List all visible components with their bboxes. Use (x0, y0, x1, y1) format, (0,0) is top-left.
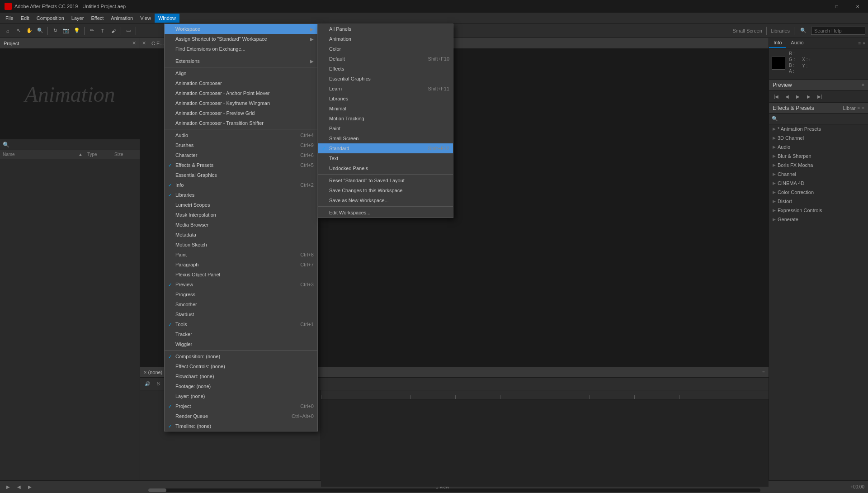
menu-window[interactable]: Window (155, 14, 179, 23)
ep-list-item[interactable]: ▶Color Correction (769, 188, 868, 197)
menu-tools[interactable]: ✓ Tools Ctrl+1 (165, 319, 317, 329)
menu-flowchart[interactable]: Flowchart: (none) (165, 371, 317, 381)
tl-mute[interactable]: 🔊 (143, 380, 152, 388)
menu-metadata[interactable]: Metadata (165, 230, 317, 240)
prev-play[interactable]: ▶ (793, 92, 802, 100)
ws-animation[interactable]: Animation (318, 34, 453, 44)
ws-reset[interactable]: Reset "Standard" to Saved Layout (318, 175, 453, 185)
tab-audio[interactable]: Audio (786, 38, 808, 48)
ws-minimal[interactable]: Minimal (318, 104, 453, 114)
preview-menu-icon[interactable]: ≡ (862, 82, 864, 87)
menu-timeline-none[interactable]: ✓ Timeline: (none) (165, 421, 317, 431)
menu-motion-sketch[interactable]: Motion Sketch (165, 240, 317, 250)
menu-render-queue[interactable]: Render Queue Ctrl+Alt+0 (165, 411, 317, 421)
ws-edit[interactable]: Edit Workspaces... (318, 208, 453, 218)
viewer-play[interactable]: ▶ (4, 483, 13, 491)
ep-menu-icon[interactable]: ≡ (862, 105, 864, 110)
menu-lumetri[interactable]: Lumetri Scopes (165, 200, 317, 210)
menu-wiggler[interactable]: Wiggler (165, 339, 317, 349)
menu-ac-transition[interactable]: Animation Composer - Transition Shifter (165, 118, 317, 128)
ws-learn[interactable]: Learn Shift+F11 (318, 84, 453, 94)
ws-color[interactable]: Color (318, 44, 453, 54)
menu-footage[interactable]: Footage: (none) (165, 381, 317, 391)
ep-list-item[interactable]: ▶Blur & Sharpen (769, 152, 868, 161)
ws-save-new[interactable]: Save as New Workspace... (318, 195, 453, 205)
menu-file[interactable]: File (2, 14, 17, 23)
menu-tracker[interactable]: Tracker (165, 329, 317, 339)
menu-mask-interp[interactable]: Mask Interpolation (165, 210, 317, 220)
menu-media-browser[interactable]: Media Browser (165, 220, 317, 230)
ep-list-item[interactable]: ▶Expression Controls (769, 206, 868, 215)
ws-paint[interactable]: Paint (318, 123, 453, 133)
menu-progress[interactable]: Progress (165, 289, 317, 299)
ws-all-panels[interactable]: All Panels (318, 24, 453, 34)
shape-tool[interactable]: ▭ (123, 26, 133, 36)
menu-find-extensions[interactable]: Find Extensions on Exchange... (165, 44, 317, 54)
prev-forward[interactable]: ▶ (804, 92, 813, 100)
ws-motion-tracking[interactable]: Motion Tracking (318, 114, 453, 123)
ws-text[interactable]: Text (318, 153, 453, 163)
tab-info[interactable]: Info (769, 38, 786, 48)
menu-animation-composer[interactable]: Animation Composer (165, 78, 317, 88)
close-button[interactable]: ✕ (847, 0, 868, 13)
menu-audio[interactable]: Audio Ctrl+4 (165, 130, 317, 140)
ws-libraries[interactable]: Libraries (318, 94, 453, 104)
ep-list-item[interactable]: ▶* Animation Presets (769, 124, 868, 133)
menu-ac-keyframe[interactable]: Animation Composer - Keyframe Wingman (165, 98, 317, 108)
menu-effect[interactable]: Effect (87, 14, 107, 23)
camera-tool[interactable]: 📷 (61, 26, 71, 36)
menu-effect-controls[interactable]: Effect Controls: (none) (165, 361, 317, 371)
hand-tool[interactable]: ✋ (24, 26, 34, 36)
project-search-input[interactable] (11, 142, 137, 147)
ws-essential-graphics[interactable]: Essential Graphics (318, 74, 453, 84)
viewer-prev-frame[interactable]: ◀ (14, 483, 24, 491)
menu-libraries[interactable]: ✓ Libraries (165, 190, 317, 200)
menu-paragraph[interactable]: Paragraph Ctrl+7 (165, 260, 317, 270)
menu-view[interactable]: View (137, 14, 155, 23)
menu-preview[interactable]: ✓ Preview Ctrl+3 (165, 280, 317, 289)
menu-project[interactable]: ✓ Project Ctrl+0 (165, 401, 317, 411)
ep-search-input[interactable] (780, 116, 865, 122)
workspace-dropdown[interactable]: Small Screen (732, 28, 762, 33)
light-tool[interactable]: 💡 (72, 26, 82, 36)
menu-character[interactable]: Character Ctrl+6 (165, 150, 317, 160)
ep-list-item[interactable]: ▶Distort (769, 197, 868, 206)
ep-list-item[interactable]: ▶Channel (769, 170, 868, 179)
ws-small-screen[interactable]: Small Screen (318, 133, 453, 143)
menu-composition-none[interactable]: ✓ Composition: (none) (165, 351, 317, 361)
tl-solo[interactable]: S (154, 380, 163, 388)
ep-lib-tab[interactable]: Librar (843, 105, 855, 111)
menu-extensions[interactable]: Extensions ▶ (165, 56, 317, 66)
menu-paint[interactable]: Paint Ctrl+8 (165, 250, 317, 260)
rotate-tool[interactable]: ↻ (50, 26, 60, 36)
menu-layer[interactable]: Layer (68, 14, 88, 23)
ws-undocked[interactable]: Undocked Panels (318, 163, 453, 173)
scroll-thumb[interactable] (148, 488, 166, 492)
menu-edit[interactable]: Edit (17, 14, 33, 23)
ep-list-item[interactable]: ▶3D Channel (769, 133, 868, 142)
zoom-tool[interactable]: 🔍 (35, 26, 45, 36)
menu-essential-graphics[interactable]: Essential Graphics (165, 170, 317, 180)
menu-info[interactable]: ✓ Info Ctrl+2 (165, 180, 317, 190)
menu-ac-anchor[interactable]: Animation Composer - Anchor Point Mover (165, 88, 317, 98)
libraries-btn[interactable]: Libraries (771, 28, 790, 33)
ep-expand-icon[interactable]: » (858, 105, 860, 110)
ws-default[interactable]: Default Shift+F10 (318, 54, 453, 64)
comp-close-icon[interactable]: ✕ (142, 40, 146, 46)
home-button[interactable]: ⌂ (3, 26, 13, 36)
close-project-panel[interactable]: ✕ (132, 40, 136, 46)
panel-menu-icon[interactable]: ≡ (859, 41, 861, 46)
menu-stardust[interactable]: Stardust (165, 309, 317, 319)
pen-tool[interactable]: ✏ (87, 26, 97, 36)
menu-assign-shortcut[interactable]: Assign Shortcut to "Standard" Workspace … (165, 34, 317, 44)
search-btn[interactable]: 🔍 (798, 26, 808, 36)
menu-animation[interactable]: Animation (107, 14, 137, 23)
prev-last[interactable]: ▶| (815, 92, 824, 100)
ep-list-item[interactable]: ▶Boris FX Mocha (769, 161, 868, 170)
menu-smoother[interactable]: Smoother (165, 299, 317, 309)
menu-plexus[interactable]: Plexus Object Panel (165, 270, 317, 280)
menu-composition[interactable]: Composition (33, 14, 68, 23)
text-tool[interactable]: T (98, 26, 108, 36)
menu-align[interactable]: Align (165, 68, 317, 78)
ws-save-changes[interactable]: Save Changes to this Workspace (318, 185, 453, 195)
